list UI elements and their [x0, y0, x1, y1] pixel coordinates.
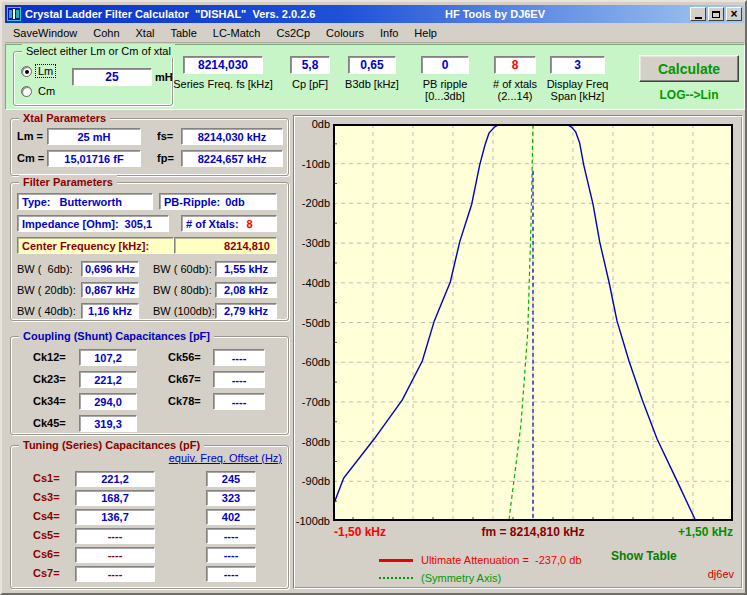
minimize-button[interactable]: [690, 7, 706, 21]
xtal-parameters-title: Xtal Parameters: [19, 111, 110, 125]
x-label-left: -1,50 kHz: [334, 525, 386, 539]
y-tick--90db: -90db: [295, 475, 330, 487]
calculate-button[interactable]: Calculate: [639, 55, 739, 82]
title-bar: Crystal Ladder Filter Calculator "DISHAL…: [5, 5, 744, 23]
groupbox-title: Select either Lm or Cm of xtal: [22, 44, 175, 58]
y-tick-0db: 0db: [295, 118, 330, 130]
window-title-right: HF Tools by DJ6EV: [445, 8, 545, 20]
tuning-value-4: ----: [75, 547, 155, 563]
menu-item-table[interactable]: Table: [162, 25, 204, 41]
log-lin-toggle[interactable]: LOG-->Lin: [639, 88, 739, 102]
maximize-button[interactable]: [708, 7, 724, 21]
filter-parameters-title: Filter Parameters: [19, 175, 117, 189]
y-tick--100db: -100db: [295, 515, 330, 527]
coupling-value-0: 107,2: [79, 349, 137, 366]
coupling-value-1: 221,2: [79, 371, 137, 388]
legend-red-line: [379, 559, 413, 562]
bw-value-text: 1,55 kHz: [224, 263, 268, 275]
bw-value-2-right: 2,79 kHz: [215, 303, 277, 319]
lm-cm-groupbox: Select either Lm or Cm of xtal Lm Cm mH: [13, 51, 173, 106]
filter-parameters-panel: Filter Parameters Type: Butterworth PB-R…: [10, 182, 289, 321]
coupling-value-text: ----: [232, 374, 247, 386]
y-tick--40db: -40db: [295, 277, 330, 289]
menu-item-xtal[interactable]: Xtal: [128, 25, 163, 41]
radio-lm[interactable]: [21, 66, 32, 77]
fp-label: fp=: [157, 152, 174, 164]
cm-display: 15,01716 fF: [47, 150, 141, 167]
coupling-value-text: 294,0: [94, 396, 122, 408]
type-display: Type: Butterworth: [17, 193, 153, 210]
top-field-series-freq-fs-khz-[interactable]: [183, 56, 263, 74]
coupling-value-r2: ----: [213, 393, 265, 410]
tuning-offset-4: ----: [206, 547, 256, 563]
tuning-value-text: 168,7: [101, 492, 129, 504]
coupling-capacitances-panel: Coupling (Shunt) Capacitances [pF] Ck12=…: [10, 336, 289, 435]
menu-item-lc-match[interactable]: LC-Match: [205, 25, 269, 41]
chart-panel: 0db-10db-20db-30db-40db-50db-60db-70db-8…: [293, 115, 743, 589]
tuning-value-0: 221,2: [75, 471, 155, 487]
menu-item-cohn[interactable]: Cohn: [85, 25, 127, 41]
tuning-offset-0: 245: [206, 471, 256, 487]
tuning-value-5: ----: [75, 566, 155, 582]
legend-green-dotted-line: [379, 577, 413, 579]
cm-label: Cm =: [17, 152, 44, 164]
radio-cm-label[interactable]: Cm: [36, 85, 57, 97]
crystal-icon: [13, 9, 15, 19]
lm-display: 25 mH: [47, 128, 141, 145]
menu-bar: SaveWindowCohnXtalTableLC-MatchCs2CpColo…: [5, 24, 744, 43]
tuning-label-Cs3: Cs3=: [33, 491, 60, 503]
top-field--of-xtals[interactable]: [494, 56, 536, 74]
tuning-label-Cs7: Cs7=: [33, 567, 60, 579]
maximize-icon: [712, 11, 720, 18]
author-watermark: dj6ev: [708, 568, 734, 580]
top-field-cp-pf-[interactable]: [290, 56, 330, 74]
menu-item-savewindow[interactable]: SaveWindow: [5, 25, 85, 41]
tuning-offset-text: 245: [222, 473, 240, 485]
top-field-pb-ripple[interactable]: [421, 56, 469, 74]
xtal-parameters-panel: Xtal Parameters Lm = 25 mH fs= 8214,030 …: [10, 118, 289, 176]
tuning-offset-text: ----: [224, 530, 239, 542]
top-field-b3db-khz-[interactable]: [348, 56, 396, 74]
coupling-value-text: 107,2: [94, 352, 122, 364]
minimize-icon: [695, 17, 702, 19]
y-tick--70db: -70db: [295, 396, 330, 408]
menu-item-colours[interactable]: Colours: [318, 25, 372, 41]
radio-cm[interactable]: [21, 86, 32, 97]
bw-value-2-left: 1,16 kHz: [81, 303, 139, 319]
tuning-value-text: ----: [108, 530, 123, 542]
bw-label-2-left: BW ( 40db):: [17, 305, 76, 317]
freq-offset-link[interactable]: equiv. Freq. Offset (Hz): [169, 452, 282, 464]
menu-item-cs2cp[interactable]: Cs2Cp: [268, 25, 318, 41]
coupling-value-3: 319,3: [79, 415, 137, 432]
radio-lm-label[interactable]: Lm: [36, 65, 55, 77]
legend-ultimate-attenuation: Ultimate Attenuation = -237,0 db: [421, 554, 582, 566]
coupling-value-r0: ----: [213, 349, 265, 366]
tuning-value-text: ----: [108, 549, 123, 561]
top-field-display-freq[interactable]: [550, 56, 605, 74]
y-tick--10db: -10db: [295, 158, 330, 170]
coupling-label-Ck78: Ck78=: [168, 395, 201, 407]
fs-display: 8214,030 kHz: [181, 128, 283, 145]
bw-label-1-left: BW ( 20db):: [17, 284, 76, 296]
x-label-right: +1,50 kHz: [653, 525, 733, 539]
coupling-value-2: 294,0: [79, 393, 137, 410]
tuning-offset-text: 402: [222, 511, 240, 523]
close-button[interactable]: ×: [726, 7, 742, 21]
lm-value-input[interactable]: [72, 68, 152, 86]
menu-item-info[interactable]: Info: [372, 25, 406, 41]
tuning-offset-5: ----: [206, 566, 256, 582]
center-frequency-value-box: 8214,810: [174, 237, 277, 254]
num-xtals-display: # of Xtals: 8: [181, 215, 277, 232]
y-tick--30db: -30db: [295, 237, 330, 249]
tuning-label-Cs6: Cs6=: [33, 548, 60, 560]
y-tick--50db: -50db: [295, 317, 330, 329]
tuning-offset-text: 323: [222, 492, 240, 504]
tuning-value-text: ----: [108, 568, 123, 580]
menu-item-help[interactable]: Help: [406, 25, 445, 41]
show-table-button[interactable]: Show Table: [611, 549, 677, 563]
coupling-label-Ck45: Ck45=: [33, 417, 66, 429]
coupling-value-r1: ----: [213, 371, 265, 388]
bw-value-text: 2,08 kHz: [224, 284, 268, 296]
coupling-value-text: ----: [232, 352, 247, 364]
y-tick--60db: -60db: [295, 356, 330, 368]
